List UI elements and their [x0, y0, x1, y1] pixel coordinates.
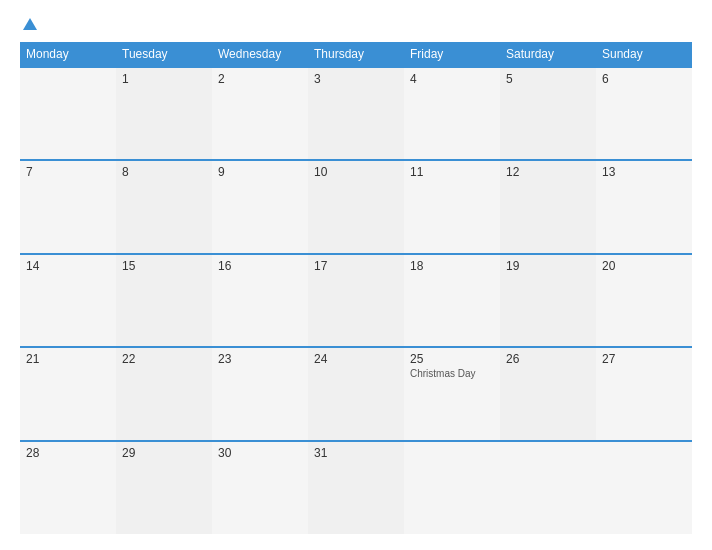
calendar-week-row: 14151617181920: [20, 254, 692, 347]
calendar-cell: 12: [500, 160, 596, 253]
calendar-cell: 29: [116, 441, 212, 534]
weekday-header: Monday: [20, 42, 116, 67]
calendar-cell: 7: [20, 160, 116, 253]
calendar-cell: [596, 441, 692, 534]
day-number: 30: [218, 446, 302, 460]
calendar-cell: 21: [20, 347, 116, 440]
calendar-cell: 15: [116, 254, 212, 347]
calendar-cell: 25Christmas Day: [404, 347, 500, 440]
day-number: 21: [26, 352, 110, 366]
holiday-label: Christmas Day: [410, 368, 494, 379]
calendar-cell: 5: [500, 67, 596, 160]
day-number: 25: [410, 352, 494, 366]
calendar-cell: 24: [308, 347, 404, 440]
day-number: 11: [410, 165, 494, 179]
calendar-cell: 13: [596, 160, 692, 253]
weekday-header: Wednesday: [212, 42, 308, 67]
logo-triangle-icon: [22, 16, 38, 32]
day-number: 10: [314, 165, 398, 179]
calendar-cell: 31: [308, 441, 404, 534]
day-number: 13: [602, 165, 686, 179]
calendar-cell: 16: [212, 254, 308, 347]
calendar-cell: 22: [116, 347, 212, 440]
calendar-cell: [20, 67, 116, 160]
day-number: 5: [506, 72, 590, 86]
day-number: 15: [122, 259, 206, 273]
calendar-cell: [500, 441, 596, 534]
weekday-header: Saturday: [500, 42, 596, 67]
weekday-header: Friday: [404, 42, 500, 67]
calendar-header: [20, 16, 692, 32]
calendar-cell: 11: [404, 160, 500, 253]
day-number: 26: [506, 352, 590, 366]
day-number: 24: [314, 352, 398, 366]
day-number: 27: [602, 352, 686, 366]
calendar-body: 1234567891011121314151617181920212223242…: [20, 67, 692, 534]
day-number: 19: [506, 259, 590, 273]
calendar-cell: 27: [596, 347, 692, 440]
calendar-cell: 10: [308, 160, 404, 253]
day-number: 17: [314, 259, 398, 273]
weekday-header: Thursday: [308, 42, 404, 67]
calendar-week-row: 28293031: [20, 441, 692, 534]
day-number: 14: [26, 259, 110, 273]
day-number: 18: [410, 259, 494, 273]
day-number: 23: [218, 352, 302, 366]
day-number: 6: [602, 72, 686, 86]
calendar-cell: 2: [212, 67, 308, 160]
day-number: 9: [218, 165, 302, 179]
calendar-cell: 17: [308, 254, 404, 347]
calendar-table: MondayTuesdayWednesdayThursdayFridaySatu…: [20, 42, 692, 534]
calendar-header-row: MondayTuesdayWednesdayThursdayFridaySatu…: [20, 42, 692, 67]
calendar-cell: 18: [404, 254, 500, 347]
calendar-cell: 1: [116, 67, 212, 160]
calendar-week-row: 78910111213: [20, 160, 692, 253]
calendar-week-row: 2122232425Christmas Day2627: [20, 347, 692, 440]
day-number: 2: [218, 72, 302, 86]
calendar-cell: 20: [596, 254, 692, 347]
day-number: 20: [602, 259, 686, 273]
day-number: 4: [410, 72, 494, 86]
calendar-cell: 4: [404, 67, 500, 160]
day-number: 7: [26, 165, 110, 179]
calendar-cell: 8: [116, 160, 212, 253]
day-number: 28: [26, 446, 110, 460]
day-number: 1: [122, 72, 206, 86]
day-number: 31: [314, 446, 398, 460]
logo: [20, 16, 38, 32]
day-number: 8: [122, 165, 206, 179]
day-number: 12: [506, 165, 590, 179]
day-number: 29: [122, 446, 206, 460]
calendar-cell: 9: [212, 160, 308, 253]
weekday-header: Sunday: [596, 42, 692, 67]
day-number: 3: [314, 72, 398, 86]
calendar-cell: 28: [20, 441, 116, 534]
day-number: 22: [122, 352, 206, 366]
calendar-cell: 6: [596, 67, 692, 160]
calendar-cell: 30: [212, 441, 308, 534]
svg-marker-0: [23, 18, 37, 30]
calendar-cell: 14: [20, 254, 116, 347]
calendar-cell: [404, 441, 500, 534]
day-number: 16: [218, 259, 302, 273]
weekday-header: Tuesday: [116, 42, 212, 67]
calendar-cell: 19: [500, 254, 596, 347]
calendar-cell: 3: [308, 67, 404, 160]
calendar-cell: 23: [212, 347, 308, 440]
calendar-week-row: 123456: [20, 67, 692, 160]
calendar-cell: 26: [500, 347, 596, 440]
